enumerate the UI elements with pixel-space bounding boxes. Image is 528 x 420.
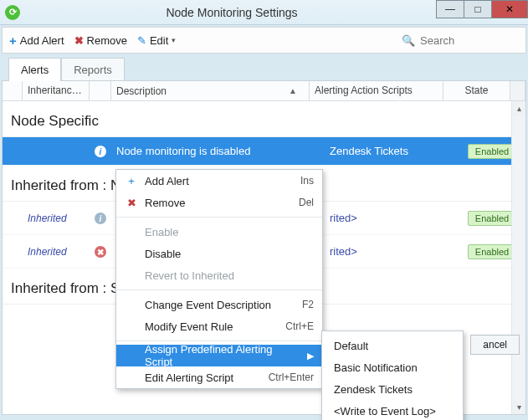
row-desc: Node monitoring is disabled (111, 145, 325, 157)
col-checkbox[interactable] (3, 81, 23, 100)
window-buttons: — □ ✕ (437, 0, 528, 24)
col-alerting[interactable]: Alerting Action Scripts (310, 81, 443, 100)
plus-icon: + (9, 33, 17, 48)
maximize-button[interactable]: □ (464, 0, 492, 18)
tab-alerts[interactable]: Alerts (8, 58, 61, 81)
row-inh: Inherited (23, 246, 90, 258)
edit-button[interactable]: ✎ Edit ▾ (137, 34, 176, 47)
ctx-remove[interactable]: ✖ Remove Del (116, 192, 322, 213)
scroll-up-icon[interactable]: ▴ (512, 101, 525, 115)
column-header: Inheritance... Description ▲ Alerting Ac… (3, 81, 525, 101)
add-alert-button[interactable]: + Add Alert (9, 33, 64, 48)
separator (116, 341, 322, 341)
app-icon: ⟳ (5, 5, 20, 20)
search-input[interactable] (418, 33, 519, 48)
x-icon: ✖ (74, 34, 84, 47)
group-node-specific: Node Specific (3, 101, 525, 137)
chevron-right-icon: ▶ (307, 351, 314, 361)
add-alert-label: Add Alert (20, 34, 64, 47)
error-icon: ✖ (95, 246, 106, 258)
remove-button[interactable]: ✖ Remove (74, 34, 127, 47)
row-action: Zendesk Tickets (325, 145, 459, 157)
plus-icon: + (123, 175, 140, 187)
col-state[interactable]: State (443, 81, 510, 100)
vertical-scrollbar[interactable]: ▴ ▾ (511, 101, 525, 414)
tabs: Alerts Reports (0, 57, 528, 80)
ctx-modify-rule[interactable]: Modify Event Rule Ctrl+E (116, 315, 322, 337)
pencil-icon: ✎ (137, 34, 146, 47)
close-button[interactable]: ✕ (491, 0, 528, 18)
ctx-disable[interactable]: Disable (116, 243, 322, 264)
ctx-enable: Enable (116, 221, 322, 243)
separator (116, 217, 322, 218)
submenu-default[interactable]: Default (322, 335, 463, 356)
alert-row-selected[interactable]: i Node monitoring is disabled Zendesk Ti… (3, 137, 525, 166)
tab-reports[interactable]: Reports (61, 58, 125, 81)
row-inh: Inherited (23, 213, 90, 224)
separator (116, 289, 322, 290)
col-scroll-gap (510, 81, 525, 100)
context-menu: + Add Alert Ins ✖ Remove Del Enable Disa… (115, 169, 323, 389)
window-title: Node Monitoring Settings (27, 6, 437, 19)
submenu-zendesk-tickets[interactable]: Zendesk Tickets (322, 378, 463, 400)
state-badge: Enabled (468, 211, 516, 226)
assign-script-submenu: Default Basic Notification Zendesk Ticke… (321, 330, 464, 420)
ctx-assign-script[interactable]: Assign Predefined Alerting Script ▶ (116, 345, 322, 366)
edit-label: Edit (150, 34, 168, 47)
submenu-basic-notification[interactable]: Basic Notification (322, 356, 463, 378)
row-action: rited> (325, 212, 459, 224)
col-inheritance[interactable]: Inheritance... (23, 81, 90, 100)
state-badge: Enabled (468, 244, 516, 259)
state-badge: Enabled (468, 144, 516, 159)
minimize-button[interactable]: — (436, 0, 464, 18)
col-description-label: Description (116, 85, 167, 97)
ctx-change-description[interactable]: Change Event Description F2 (116, 294, 322, 315)
info-icon: i (95, 146, 106, 157)
search-icon: 🔍 (402, 34, 415, 47)
x-icon: ✖ (123, 197, 140, 209)
ctx-edit-script[interactable]: Edit Alerting Script Ctrl+Enter (116, 366, 322, 388)
submenu-write-event-log[interactable]: <Write to Event Log> (322, 400, 463, 420)
toolbar: + Add Alert ✖ Remove ✎ Edit ▾ 🔍 (2, 27, 526, 54)
ctx-revert: Revert to Inherited (116, 264, 322, 286)
col-icon[interactable] (90, 81, 111, 100)
info-icon: i (95, 213, 106, 224)
search-box[interactable]: 🔍 (402, 33, 519, 48)
row-action: rited> (325, 245, 459, 258)
cancel-button[interactable]: ancel (470, 335, 520, 355)
col-description[interactable]: Description ▲ (111, 81, 310, 100)
ctx-add-alert[interactable]: + Add Alert Ins (116, 170, 322, 192)
chevron-down-icon: ▾ (172, 36, 176, 44)
title-bar: ⟳ Node Monitoring Settings — □ ✕ (0, 0, 528, 25)
sort-asc-icon: ▲ (289, 86, 297, 95)
scroll-down-icon[interactable]: ▾ (512, 400, 525, 414)
remove-label: Remove (87, 34, 127, 47)
